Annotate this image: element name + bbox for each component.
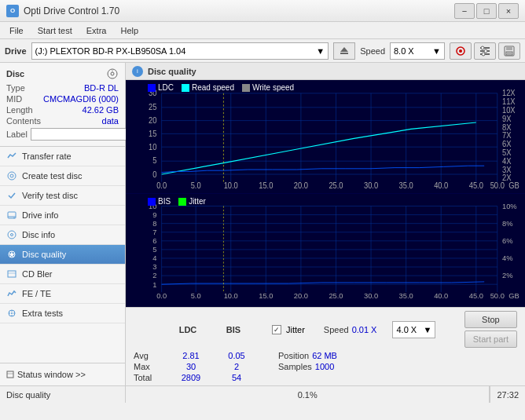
toolbar-btn-2[interactable] (474, 42, 496, 60)
transfer-rate-label: Transfer rate (22, 152, 72, 161)
status-window-button[interactable]: Status window >> (0, 367, 125, 382)
menu-file[interactable]: File (3, 24, 30, 37)
svg-rect-85 (126, 194, 525, 307)
label-input[interactable] (31, 128, 135, 141)
drive-dropdown-arrow: ▼ (316, 46, 325, 56)
speed-4x-value: 4.0 X (396, 325, 417, 334)
svg-text:25: 25 (149, 103, 157, 112)
svg-text:5: 5 (152, 155, 157, 165)
bis-header: BIS (226, 325, 240, 334)
svg-text:0: 0 (152, 170, 157, 179)
svg-point-15 (111, 72, 114, 75)
svg-rect-35 (126, 80, 525, 193)
svg-text:6%: 6% (502, 236, 513, 245)
bis-chart: BIS Jitter (126, 194, 525, 307)
speed-label: Speed (360, 46, 385, 56)
drive-value: (J:) PLEXTOR BD-R PX-LB950SA 1.04 (35, 46, 186, 56)
eject-button[interactable] (333, 42, 355, 60)
svg-text:1: 1 (152, 279, 156, 288)
avg-label: Avg (134, 351, 165, 360)
type-key: Type (6, 83, 25, 93)
svg-point-17 (8, 172, 16, 180)
bis-color (148, 198, 156, 206)
sidebar-item-extra-tests[interactable]: Extra tests (0, 304, 125, 323)
samples-label: Samples (278, 362, 312, 371)
sidebar: Disc Type BD-R DL MID CMCMAGDI6 (000) L (0, 63, 126, 385)
svg-text:20.0: 20.0 (294, 291, 308, 300)
read-speed-color (182, 84, 189, 92)
speed-dropdown-arrow: ▼ (432, 46, 441, 56)
svg-text:40.0: 40.0 (434, 181, 449, 190)
svg-text:25.0: 25.0 (329, 291, 343, 300)
create-test-disc-icon (6, 170, 17, 181)
close-button[interactable]: × (498, 3, 519, 19)
extra-tests-icon (6, 308, 17, 319)
disc-quality-icon (6, 249, 17, 260)
svg-text:0.0: 0.0 (156, 291, 167, 300)
menu-help[interactable]: Help (114, 24, 145, 37)
speed-dropdown[interactable]: 8.0 X ▼ (390, 42, 445, 60)
label-key: Label (6, 130, 28, 139)
start-part-button[interactable]: Start part (464, 331, 517, 348)
menu-start-test[interactable]: Start test (31, 24, 79, 37)
svg-text:GB: GB (508, 291, 519, 300)
svg-text:2: 2 (152, 271, 156, 279)
sidebar-item-disc-quality[interactable]: Disc quality (0, 245, 125, 265)
ldc-chart: LDC Read speed Write speed (126, 80, 525, 194)
sidebar-item-drive-info[interactable]: Drive info (0, 206, 125, 225)
contents-val: data (102, 116, 119, 126)
svg-text:5.0: 5.0 (191, 291, 201, 300)
disc-quality-header-icon: i (132, 66, 143, 77)
menu-extra[interactable]: Extra (80, 24, 113, 37)
svg-text:15.0: 15.0 (259, 181, 274, 190)
svg-text:20: 20 (149, 116, 157, 126)
svg-text:45.0: 45.0 (469, 291, 483, 300)
sidebar-item-verify-test-disc[interactable]: Verify test disc (0, 186, 125, 206)
ldc-color (148, 84, 156, 92)
svg-rect-25 (8, 271, 16, 277)
drive-dropdown[interactable]: (J:) PLEXTOR BD-R PX-LB950SA 1.04 ▼ (31, 42, 329, 60)
sidebar-item-cd-bler[interactable]: CD Bler (0, 265, 125, 284)
svg-text:50.0: 50.0 (490, 291, 505, 300)
cd-bler-label: CD Bler (22, 269, 53, 279)
speed-4x-dropdown[interactable]: 4.0 X ▼ (392, 321, 435, 338)
charts-area: LDC Read speed Write speed (126, 80, 525, 307)
jitter-checkbox[interactable] (272, 325, 281, 334)
toolbar-btn-1[interactable] (450, 42, 472, 60)
contents-key: Contents (6, 116, 41, 126)
sidebar-item-create-test-disc[interactable]: Create test disc (0, 166, 125, 186)
drive-label: Drive (5, 46, 27, 56)
ldc-legend-label: LDC (158, 83, 174, 92)
minimize-button[interactable]: − (454, 3, 475, 19)
cd-bler-icon (6, 268, 17, 279)
stop-button[interactable]: Stop (464, 311, 517, 328)
disc-quality-header: i Disc quality (126, 63, 525, 80)
sidebar-item-fe-te[interactable]: FE / TE (0, 284, 125, 304)
svg-text:7: 7 (152, 228, 156, 236)
svg-text:9: 9 (152, 210, 156, 219)
max-ldc: 30 (171, 362, 211, 371)
sidebar-item-disc-info[interactable]: Disc info (0, 225, 125, 245)
bis-legend-label: BIS (158, 197, 171, 206)
fe-te-icon (6, 288, 17, 299)
record-icon (454, 45, 467, 57)
disc-icon-button[interactable] (106, 68, 119, 80)
svg-point-21 (13, 217, 15, 219)
maximize-button[interactable]: □ (476, 3, 497, 19)
ldc-chart-svg: 30 25 20 15 10 5 0 0.0 5.0 10.0 15.0 20.… (126, 80, 525, 193)
svg-rect-33 (7, 371, 13, 378)
right-panel: i Disc quality LDC Read speed (126, 63, 525, 385)
svg-text:2%: 2% (502, 271, 513, 279)
status-right-text: 27:32 (497, 390, 519, 400)
svg-point-18 (10, 174, 13, 177)
sidebar-item-transfer-rate[interactable]: Transfer rate (0, 147, 125, 166)
menu-bar: File Start test Extra Help (0, 22, 525, 39)
toolbar-btn-3[interactable] (498, 42, 520, 60)
ldc-header: LDC (179, 325, 197, 334)
svg-text:4%: 4% (502, 254, 513, 262)
status-center: 0.1% (126, 386, 490, 403)
verify-test-disc-icon (6, 190, 17, 201)
svg-text:8%: 8% (502, 219, 513, 228)
svg-text:10.0: 10.0 (224, 291, 238, 300)
avg-ldc: 2.81 (171, 351, 211, 360)
